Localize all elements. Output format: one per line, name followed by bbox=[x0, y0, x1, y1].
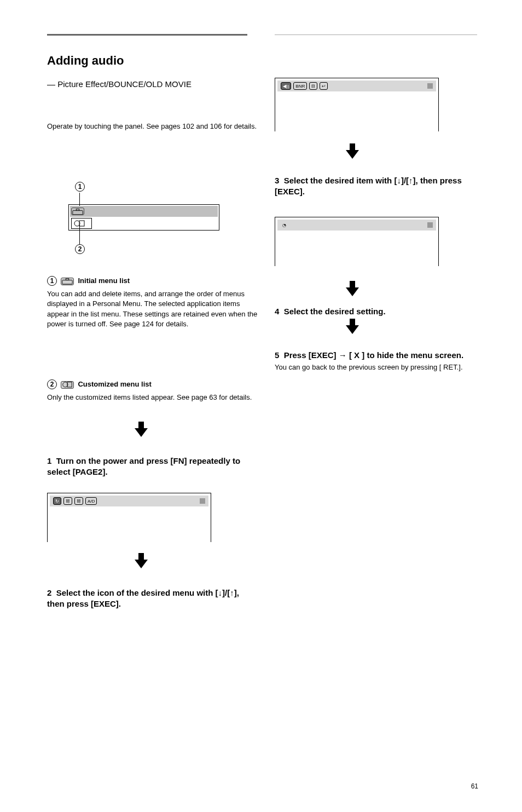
step-1: 1 Turn on the power and press [FN] repea… bbox=[47, 456, 247, 477]
svg-rect-5 bbox=[66, 279, 68, 280]
down-arrow-icon bbox=[346, 319, 359, 334]
section-1: 1 Initial menu list You can add and dele… bbox=[47, 276, 260, 329]
step-5-num: 5 bbox=[275, 350, 279, 360]
step-5-body: You can go back to the previous screen b… bbox=[275, 363, 475, 372]
disc-icon: ◔ bbox=[281, 221, 288, 229]
section-2-body: Only the customized items listed appear.… bbox=[47, 393, 260, 402]
scroll-marker bbox=[427, 222, 433, 228]
step-4-text: Select the desired setting. bbox=[284, 307, 386, 316]
step-1-num: 1 bbox=[47, 456, 51, 465]
menu-row-custom bbox=[70, 218, 218, 229]
section-2-label: Customized menu list bbox=[78, 380, 151, 388]
section-1-label: Initial menu list bbox=[78, 277, 130, 285]
step-4-num: 4 bbox=[275, 307, 279, 316]
step-5-text: Press [EXEC] → [ X ] to hide the menu sc… bbox=[284, 350, 463, 360]
ad-icon: A/D bbox=[85, 497, 97, 505]
svg-rect-4 bbox=[62, 280, 72, 284]
scroll-marker bbox=[427, 83, 433, 89]
step-2-num: 2 bbox=[47, 588, 51, 597]
step-3-text: Select the desired item with [↓]/[↑], th… bbox=[275, 176, 462, 196]
down-arrow-icon bbox=[135, 422, 148, 437]
menu-list-figure bbox=[68, 204, 219, 231]
battery-icon: ⊟ bbox=[309, 82, 317, 90]
callout-1: 1 bbox=[75, 182, 85, 192]
step-3-num: 3 bbox=[275, 176, 279, 185]
toolbox-icon bbox=[71, 208, 84, 215]
step-2: 2 Select the icon of the desired menu wi… bbox=[47, 588, 247, 609]
svg-rect-1 bbox=[76, 209, 79, 210]
speaker-icon: ◀)) bbox=[281, 82, 291, 90]
section-1-body: You can add and delete items, and arrang… bbox=[47, 289, 260, 329]
bnr-icon: BNR bbox=[293, 82, 307, 90]
custom-icon bbox=[61, 381, 74, 389]
step-2-text: Select the icon of the desired menu with… bbox=[47, 588, 239, 608]
callout-2: 2 bbox=[75, 244, 85, 254]
step-5: 5 Press [EXEC] → [ X ] to hide the menu … bbox=[275, 350, 475, 372]
page-title: Adding audio bbox=[47, 54, 124, 68]
repeat-icon: ↻ bbox=[53, 497, 61, 505]
header-rule-dark bbox=[47, 34, 247, 36]
page-number: 61 bbox=[471, 782, 478, 790]
scroll-marker bbox=[200, 498, 205, 504]
section-2-num: 2 bbox=[47, 379, 57, 389]
step-3: 3 Select the desired item with [↓]/[↑], … bbox=[275, 175, 475, 197]
section-2: 2 Customized menu list Only the customiz… bbox=[47, 379, 260, 402]
screen-figure-left: ↻ ⛓ ⛓ A/D bbox=[47, 493, 211, 542]
toolbox-icon bbox=[61, 278, 74, 285]
header-rule-light bbox=[275, 34, 477, 35]
screen-figure-right-0: ◀)) BNR ⊟ ↩ bbox=[275, 78, 439, 131]
chain1-icon: ⛓ bbox=[63, 497, 72, 505]
screen-figure-right-1: ◔ bbox=[275, 217, 439, 266]
step-1-text: Turn on the power and press [FN] repeate… bbox=[47, 456, 240, 476]
intro-text: Operate by touching the panel. See pages… bbox=[47, 122, 260, 131]
menu-row-toolbox bbox=[70, 206, 218, 217]
chain2-icon: ⛓ bbox=[74, 497, 83, 505]
down-arrow-icon bbox=[346, 143, 359, 159]
svg-rect-0 bbox=[73, 210, 83, 214]
return-icon: ↩ bbox=[320, 82, 328, 90]
callout-line-2 bbox=[79, 225, 80, 244]
page-subtitle: — Picture Effect/BOUNCE/OLD MOVIE bbox=[47, 79, 260, 90]
down-arrow-icon bbox=[135, 553, 148, 568]
section-1-num: 1 bbox=[47, 276, 57, 286]
step-4: 4 Select the desired setting. bbox=[275, 306, 477, 317]
down-arrow-icon bbox=[346, 281, 359, 296]
